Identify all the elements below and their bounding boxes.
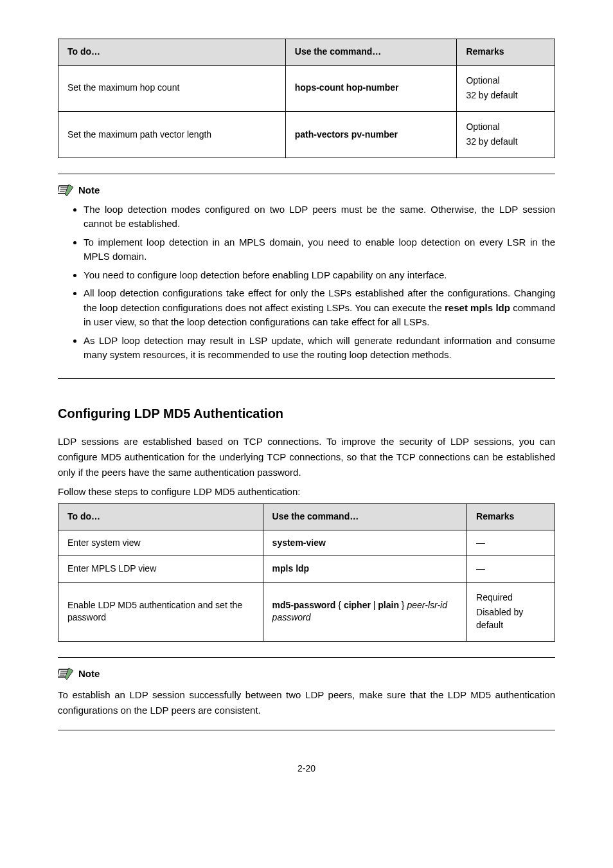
t2-r1-c0: Enter MPLS LDP view [58,556,263,583]
note-label: Note [78,183,100,197]
note-block: Note To establish an LDP session success… [58,657,555,730]
body-paragraph: Follow these steps to configure LDP MD5 … [58,484,555,500]
t1-r1-c0: Set the maximum path vector length [58,111,286,158]
note-block: Note The loop detection modes configured… [58,174,555,379]
hop-path-table: To do… Use the command… Remarks Set the … [58,39,555,158]
t1-r1-c1: path-vectors pv-number [285,111,457,158]
note-list: The loop detection modes configured on t… [58,203,555,363]
t2-r0-c0: Enter system view [58,530,263,556]
t1-h0: To do… [58,39,286,66]
body-paragraph: LDP sessions are established based on TC… [58,434,555,480]
table-row: Enable LDP MD5 authentication and set th… [58,582,555,641]
t2-r0-c2: — [467,530,555,556]
list-item: All loop detection configurations take e… [84,286,555,330]
t2-r1-c2: — [467,556,555,583]
md5-auth-table: To do… Use the command… Remarks Enter sy… [58,503,555,642]
note-label: Note [78,667,100,680]
t2-r2-c2: Required Disabled by default [467,582,555,641]
list-item: You need to configure loop detection bef… [84,268,555,283]
t2-h1: Use the command… [263,503,466,530]
t1-h1: Use the command… [285,39,457,66]
page-number: 2-20 [58,763,555,775]
t2-h2: Remarks [467,503,555,530]
t1-r0-c2: Optional 32 by default [457,65,555,111]
section-heading: Configuring LDP MD5 Authentication [58,404,555,422]
t2-r0-c1: system-view [263,530,466,556]
t2-r2-c1: md5-password { cipher | plain } peer-lsr… [263,582,466,641]
t1-r1-c2: Optional 32 by default [457,111,555,158]
table-row: Set the maximum path vector length path-… [58,111,555,158]
note-paragraph: To establish an LDP session successfully… [58,687,555,718]
note-icon [58,183,75,197]
table-row: Enter system view system-view — [58,530,555,556]
t1-r0-c0: Set the maximum hop count [58,65,286,111]
t2-r1-c1: mpls ldp [263,556,466,583]
t1-h2: Remarks [457,39,555,66]
t1-r0-c1: hops-count hop-number [285,65,457,111]
note-icon [58,667,75,681]
list-item: To implement loop detection in an MPLS d… [84,235,555,264]
table-row: Enter MPLS LDP view mpls ldp — [58,556,555,583]
t2-h0: To do… [58,503,263,530]
list-item: As LDP loop detection may result in LSP … [84,334,555,363]
list-item: The loop detection modes configured on t… [84,203,555,231]
t2-r2-c0: Enable LDP MD5 authentication and set th… [58,582,263,641]
table-row: Set the maximum hop count hops-count hop… [58,65,555,111]
